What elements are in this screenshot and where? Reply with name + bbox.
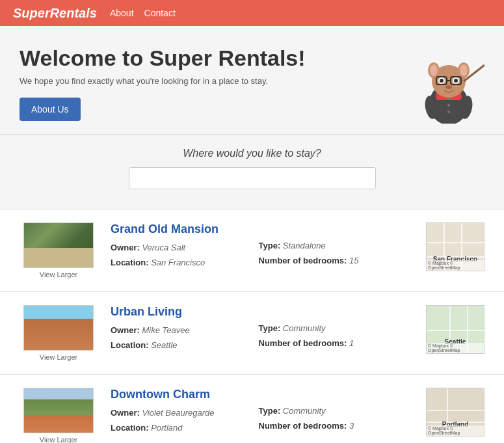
rental-bedrooms-urban: Number of bedrooms: 1 [259,338,394,348]
search-label: Where would you like to stay? [20,148,484,159]
view-larger-urban[interactable]: View Larger [40,353,78,361]
rental-owner-grand: Owner: Veruca Salt [111,243,246,252]
rental-image-downtown [23,388,94,433]
rental-location-downtown: Location: Portland [111,423,246,433]
svg-point-6 [460,64,468,76]
mascot-image [413,46,484,117]
rental-info-urban: Urban Living Owner: Mike Teavee Location… [111,305,246,355]
search-input[interactable] [129,167,376,189]
svg-point-5 [430,64,438,76]
rental-info2-grand: Type: Standalone Number of bedrooms: 15 [259,222,394,271]
rental-location-grand: Location: San Francisco [111,258,246,267]
owner-value-urban: Mike Teavee [142,325,189,335]
bedrooms-value-downtown: 3 [349,421,354,431]
svg-point-20 [447,111,450,113]
rental-info2-downtown: Type: Community Number of bedrooms: 3 [259,388,394,436]
type-value-grand: Standalone [283,241,326,250]
rental-location-urban: Location: Seattle [111,340,246,350]
rental-image-col-1: View Larger [20,222,98,278]
map-attribution-downtown: © Mapbox © OpenStreetMap [427,425,484,436]
rental-title-downtown[interactable]: Downtown Charm [111,388,246,401]
rental-map-grand: San Francisco © Mapbox © OpenStreetMap [406,222,484,271]
rental-bedrooms-downtown: Number of bedrooms: 3 [259,421,394,431]
rental-map-downtown: Portland © Mapbox © OpenStreetMap [406,388,484,436]
rental-owner-downtown: Owner: Violet Beauregarde [111,408,246,418]
rental-image-urban [23,305,94,351]
map-road [427,242,484,243]
nav-contact[interactable]: Contact [144,8,176,18]
svg-point-19 [447,104,450,107]
hero-section: Welcome to Super Rentals! We hope you fi… [0,26,504,135]
rental-bedrooms-grand: Number of bedrooms: 15 [259,256,394,265]
owner-label-urban: Owner: [111,325,140,335]
location-label-grand: Location: [111,258,149,267]
rental-owner-urban: Owner: Mike Teavee [111,325,246,335]
hero-subtitle: We hope you find exactly what you're loo… [20,76,306,86]
type-value-urban: Community [283,323,326,333]
rental-map-urban: Seattle © Mapbox © OpenStreetMap [406,305,484,354]
location-label-downtown: Location: [111,423,149,433]
rental-card-grand-old-mansion: View Larger Grand Old Mansion Owner: Ver… [0,209,504,292]
rental-image-grand [23,222,94,268]
rental-type-urban: Type: Community [259,323,394,333]
bedrooms-label-grand: Number of bedrooms: [259,256,347,265]
svg-point-18 [447,98,450,100]
rental-image-col-3: View Larger [20,388,98,443]
rental-info-downtown: Downtown Charm Owner: Violet Beauregarde… [111,388,246,438]
svg-point-14 [445,85,452,89]
bedrooms-label-urban: Number of bedrooms: [259,338,347,348]
rentals-list: View Larger Grand Old Mansion Owner: Ver… [0,209,504,443]
view-larger-grand[interactable]: View Larger [40,271,78,278]
rental-card-urban-living: View Larger Urban Living Owner: Mike Tea… [0,292,504,375]
rental-card-downtown-charm: View Larger Downtown Charm Owner: Violet… [0,375,504,443]
owner-value-downtown: Violet Beauregarde [142,408,214,418]
location-label-urban: Location: [111,340,149,350]
nav-links: About Contact [110,8,176,18]
rental-info2-urban: Type: Community Number of bedrooms: 1 [259,305,394,353]
view-larger-downtown[interactable]: View Larger [40,436,78,443]
type-label-urban: Type: [259,323,281,333]
hero-text: Welcome to Super Rentals! We hope you fi… [20,46,306,121]
nav-about[interactable]: About [110,8,134,18]
rental-title-grand[interactable]: Grand Old Mansion [111,222,246,236]
map-attribution-grand: © Mapbox © OpenStreetMap [427,260,484,271]
bedrooms-value-urban: 1 [349,338,354,348]
svg-point-12 [440,79,444,83]
location-value-downtown: Portland [151,423,182,433]
location-value-grand: San Francisco [151,258,205,267]
map-road [427,330,484,331]
search-section: Where would you like to stay? [0,135,504,209]
navbar: SuperRentals About Contact [0,0,504,26]
site-logo[interactable]: SuperRentals [13,6,97,21]
rental-type-grand: Type: Standalone [259,241,394,250]
type-value-downtown: Community [283,406,326,416]
location-value-urban: Seattle [151,340,177,350]
owner-label-grand: Owner: [111,243,140,252]
rental-type-downtown: Type: Community [259,406,394,416]
owner-value-grand: Veruca Salt [142,243,185,252]
map-thumbnail-downtown[interactable]: Portland © Mapbox © OpenStreetMap [426,388,484,436]
owner-label-downtown: Owner: [111,408,140,418]
bedrooms-label-downtown: Number of bedrooms: [259,421,347,431]
rental-title-urban[interactable]: Urban Living [111,305,246,319]
type-label-grand: Type: [259,241,281,250]
rental-image-col-2: View Larger [20,305,98,361]
type-label-downtown: Type: [259,406,281,416]
map-thumbnail-urban[interactable]: Seattle © Mapbox © OpenStreetMap [426,305,484,354]
rental-info-grand: Grand Old Mansion Owner: Veruca Salt Loc… [111,222,246,273]
hero-title: Welcome to Super Rentals! [20,46,306,71]
map-attribution-urban: © Mapbox © OpenStreetMap [427,343,484,353]
map-road [427,410,484,411]
svg-point-13 [454,79,458,83]
bedrooms-value-grand: 15 [349,256,358,265]
about-us-button[interactable]: About Us [20,98,81,121]
map-thumbnail-grand[interactable]: San Francisco © Mapbox © OpenStreetMap [426,222,484,271]
